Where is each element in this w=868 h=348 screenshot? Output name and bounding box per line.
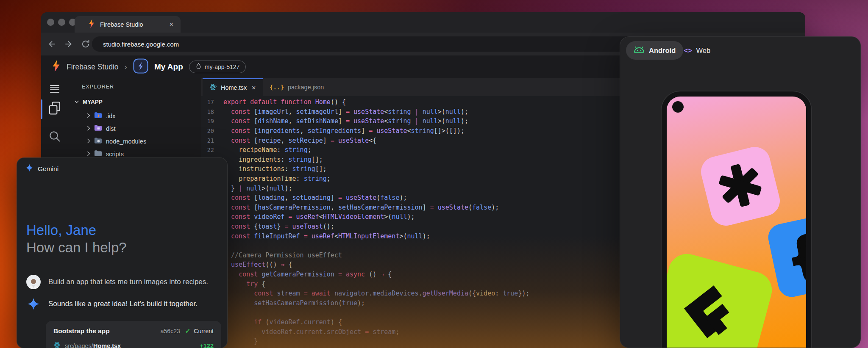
chevron-right-icon [87, 125, 90, 133]
check-icon: ✓ [185, 327, 191, 335]
explorer-title: EXPLORER [82, 84, 114, 90]
changed-file-row[interactable]: src/pages/Home.tsx +122 [53, 341, 214, 348]
android-toggle-label: Android [649, 47, 676, 55]
editor-tab-label: package.json [288, 84, 324, 91]
bootstrap-step-card[interactable]: Bootstrap the app a56c23 ✓ Current src/p… [46, 321, 221, 348]
green-brackets-tile [667, 250, 776, 348]
phone-screen[interactable]: { [667, 97, 806, 348]
tree-item-label: node_modules [106, 138, 146, 145]
blue-brace-tile: { [766, 212, 806, 300]
gemini-greeting: Hello, Jane How can I help? [26, 221, 127, 256]
gemini-star-icon [25, 164, 33, 174]
json-braces-icon: {..} [270, 84, 284, 91]
react-icon [209, 83, 217, 92]
gemini-star-icon [26, 298, 41, 310]
commit-hash: a56c23 [161, 328, 180, 334]
page-background: Firebase Studio ✕ studio.firebase.google… [0, 0, 868, 348]
project-id: my-app-5127 [205, 64, 240, 70]
folder-icon [94, 112, 102, 120]
toggle-android[interactable]: Android [626, 41, 683, 60]
forward-icon[interactable] [64, 39, 73, 49]
folder-icon [94, 124, 102, 133]
back-icon[interactable] [47, 39, 56, 49]
tree-item-dist[interactable]: dist [68, 122, 201, 135]
menu-icon[interactable] [41, 83, 68, 88]
reload-icon[interactable] [81, 39, 90, 49]
breadcrumb-separator: › [125, 62, 127, 72]
chevron-right-icon [87, 112, 90, 120]
file-name: Home.tsx [93, 342, 121, 348]
web-toggle-label: Web [696, 47, 710, 55]
camera-punch-hole [672, 101, 684, 113]
tree-root-myapp[interactable]: MYAPP [74, 98, 103, 105]
window-minimize-button[interactable] [58, 19, 65, 26]
app-logo-icon [133, 58, 148, 75]
search-icon[interactable] [41, 129, 68, 144]
pink-asterisk-tile [698, 144, 783, 229]
greeting-line1: Hello, Jane [26, 221, 127, 239]
file-path-prefix: src/pages/ [65, 342, 93, 348]
greeting-line2: How can I help? [26, 239, 127, 256]
files-icon[interactable] [41, 101, 68, 116]
drop-icon [195, 63, 202, 71]
editor-tab-label: Home.tsx [221, 84, 247, 91]
chevron-down-icon [74, 98, 79, 105]
toggle-web[interactable]: <> Web [684, 41, 710, 60]
step-title: Bootstrap the app [53, 327, 161, 335]
asterisk-icon [713, 159, 767, 214]
firebase-flame-icon [88, 19, 95, 30]
curly-brace-icon: { [781, 224, 806, 289]
status-badge: Current [194, 328, 214, 334]
browser-titlebar: Firebase Studio ✕ [41, 12, 805, 33]
tree-item-label: dist [106, 125, 116, 132]
chevrons-icon [672, 275, 751, 348]
tree-item-label: .idx [106, 113, 116, 119]
device-preview-panel: Android <> Web { [620, 36, 861, 348]
app-name: My App [154, 62, 183, 72]
folder-icon [94, 150, 102, 158]
tab-close-icon[interactable]: ✕ [169, 21, 174, 28]
chevron-right-icon [87, 150, 90, 158]
window-close-button[interactable] [47, 19, 54, 26]
project-chip[interactable]: my-app-5127 [189, 61, 246, 73]
chevron-right-icon [87, 138, 90, 145]
chat-message-text: Sounds like a great idea! Let's build it… [48, 300, 198, 308]
code-brackets-icon: <> [684, 46, 692, 55]
window-controls[interactable] [47, 19, 76, 26]
browser-tab-title: Firebase Studio [100, 21, 164, 28]
folder-icon [94, 137, 102, 146]
product-name: Firebase Studio [67, 63, 119, 72]
phone-mockup: { [661, 91, 812, 348]
react-icon [53, 341, 61, 348]
android-icon [634, 46, 645, 55]
editor-tab-home-tsx[interactable]: Home.tsx ✕ [203, 78, 263, 96]
tree-item-idx[interactable]: .idx [68, 110, 201, 122]
firebase-flame-icon [52, 60, 61, 74]
editor-tab-package-json[interactable]: {..} package.json [263, 78, 331, 96]
tab-close-icon[interactable]: ✕ [251, 85, 256, 91]
tree-item-label: scripts [106, 151, 124, 157]
file-tree: .idx dist node_modules [68, 110, 201, 160]
tree-root-label: MYAPP [83, 99, 103, 105]
chat-message-text: Build an app that lets me turn images in… [48, 278, 208, 286]
browser-tab[interactable]: Firebase Studio ✕ [75, 16, 181, 33]
chat-message-gemini: Sounds like a great idea! Let's build it… [26, 298, 217, 310]
tree-item-node-modules[interactable]: node_modules [68, 135, 201, 148]
gemini-panel: Gemini Hello, Jane How can I help? Build… [17, 157, 228, 348]
url-text: studio.firebase.google.com [103, 41, 179, 48]
chat-message-user: Build an app that lets me turn images in… [26, 275, 217, 289]
diff-additions: +122 [200, 342, 214, 348]
user-avatar [26, 275, 41, 289]
gemini-title: Gemini [38, 165, 58, 173]
gemini-header: Gemini [25, 164, 58, 174]
